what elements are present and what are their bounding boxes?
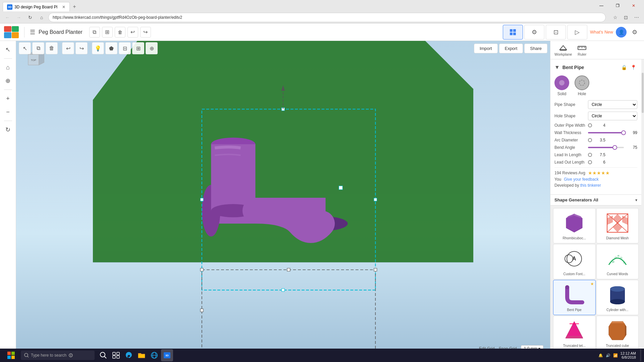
taskbar-app-file-explorer[interactable] [136, 349, 148, 361]
panel-scrollbar[interactable] [641, 59, 644, 362]
pipe-shape-control: Circle [588, 100, 637, 109]
back-button[interactable]: ← [3, 13, 12, 22]
forward-button[interactable]: → [14, 13, 23, 22]
menu-icon[interactable]: ☰ [30, 28, 35, 36]
settings-icon[interactable]: ⋯ [632, 13, 641, 22]
sim-tool[interactable]: ▷ [567, 25, 587, 40]
taskbar-search[interactable]: Type here to search [21, 351, 95, 360]
extensions-icon[interactable]: ⊡ [621, 13, 631, 22]
import-button[interactable]: Import [474, 44, 498, 53]
hole-option[interactable]: Hole [575, 75, 589, 96]
taskbar-show-desktop[interactable] [640, 349, 641, 361]
new-tab-button[interactable]: + [70, 2, 79, 11]
shape-name-bent-pipe: Bent Pipe [567, 308, 582, 312]
taskbar-app-task-view[interactable] [110, 349, 122, 361]
circuit-tool[interactable]: ⚙ [524, 25, 544, 40]
lead-out-length-dot[interactable] [588, 160, 592, 164]
viewport-redo-tool[interactable]: ↪ [75, 42, 88, 54]
redo-tool-button[interactable]: ↪ [140, 27, 151, 38]
viewport-copy-tool[interactable]: ⧉ [32, 42, 44, 54]
maximize-button[interactable]: ❐ [610, 1, 625, 10]
pipe-shape-select[interactable]: Circle [588, 100, 637, 109]
start-button[interactable] [3, 349, 19, 361]
duplicate-tool-button[interactable]: ⊞ [102, 27, 113, 38]
settings-button[interactable]: ⚙ [629, 27, 640, 38]
arc-diameter-dot[interactable] [588, 138, 592, 142]
shape-item-diamond-mesh[interactable]: Diamond Mesh [596, 208, 639, 243]
copy-tool-button[interactable]: ⧉ [89, 27, 100, 38]
undo-tool-button[interactable]: ↩ [127, 27, 138, 38]
close-button[interactable]: ✕ [626, 1, 641, 10]
lock-icon[interactable]: 🔒 [620, 63, 628, 71]
shape-item-curved-words[interactable]: W O R D S Curved Words [596, 244, 639, 279]
taskbar-network[interactable]: 📶 [613, 353, 618, 358]
collapse-button[interactable]: ▼ [554, 64, 560, 70]
svg-rect-19 [200, 198, 203, 201]
viewport-select-tool[interactable]: ↖ [19, 42, 31, 54]
taskbar-app-ie[interactable] [148, 349, 160, 361]
project-title[interactable]: Peg Board Planter [39, 29, 83, 35]
bend-angle-thumb[interactable] [612, 145, 617, 150]
taskbar-volume[interactable]: 🔊 [606, 353, 610, 358]
viewport[interactable]: ↖ ⧉ 🗑 ↩ ↪ 💡 ⬟ ⊟ ⊞ ⊕ Import Export Share [16, 41, 550, 362]
outer-pipe-width-dot[interactable] [588, 123, 592, 127]
mirror-tool[interactable]: ⊟ [119, 42, 131, 54]
axis-tool[interactable]: ⊕ [146, 42, 158, 54]
bend-angle-slider[interactable] [588, 147, 624, 148]
wall-thickness-thumb[interactable] [621, 130, 626, 135]
wall-thickness-slider[interactable] [588, 132, 624, 133]
shape-item-custom-font[interactable]: A Custom Font... [553, 244, 596, 279]
solid-option[interactable]: Solid [554, 75, 569, 96]
user-avatar[interactable]: 👤 [616, 27, 627, 38]
panel-scroll-thumb[interactable] [642, 73, 644, 113]
codeblocks-tool[interactable]: ⊡ [546, 25, 566, 40]
shape-tool[interactable]: ⬟ [105, 42, 117, 54]
tinkerer-link[interactable]: this tinkerer [580, 183, 601, 188]
orbit-tool[interactable]: ↻ [2, 124, 14, 136]
minimize-button[interactable]: — [594, 1, 609, 10]
address-bar[interactable]: https://www.tinkercad.com/things/gptfRd4… [48, 13, 606, 22]
viewport-undo-tool[interactable]: ↩ [62, 42, 74, 54]
taskbar-app-3d[interactable]: 3D [161, 349, 173, 361]
home-view-tool[interactable]: ⌂ [2, 61, 14, 73]
light-tool[interactable]: 💡 [92, 42, 104, 54]
zoom-out-tool[interactable]: − [2, 106, 14, 118]
hole-shape-select[interactable]: Circle [588, 112, 637, 120]
taskbar-app-search[interactable] [97, 349, 109, 361]
shape-item-trunctet[interactable]: Truncated tet... [553, 316, 596, 351]
delete-tool-button[interactable]: 🗑 [115, 27, 125, 38]
info-icon[interactable]: 📍 [629, 63, 637, 71]
fit-tool[interactable]: ⊕ [2, 75, 14, 87]
workplane-button[interactable]: Workplane [554, 44, 572, 56]
tab-close-button[interactable]: ✕ [62, 5, 65, 9]
whats-new-button[interactable]: What's New [590, 29, 613, 35]
select-tool[interactable]: ↖ [2, 44, 14, 56]
app-container: ☰ Peg Board Planter ⧉ ⊞ 🗑 ↩ ↪ ⚙ ⊡ [0, 23, 644, 362]
shape-name-cylinder: Cylinder with... [606, 308, 629, 312]
active-tab[interactable]: 3D 3D design Peg Board Pl ✕ [3, 2, 70, 11]
shape-item-rhombicubo[interactable]: Rhombicuboc... [553, 208, 596, 243]
feedback-link[interactable]: Give your feedback [564, 177, 598, 182]
ruler-button[interactable]: Ruler [577, 44, 587, 56]
shape-gen-dropdown[interactable]: ▾ [635, 198, 637, 202]
bookmark-icon[interactable]: ☆ [610, 13, 620, 22]
3d-view-tool[interactable] [503, 25, 523, 40]
taskbar-app-edge[interactable] [123, 349, 135, 361]
shape-item-bent-pipe[interactable]: ★ Bent Pipe [553, 280, 596, 315]
home-button[interactable]: ⌂ [37, 13, 46, 22]
svg-rect-81 [11, 356, 15, 359]
svg-rect-30 [200, 309, 203, 312]
svg-rect-0 [510, 29, 513, 32]
share-button[interactable]: Share [524, 44, 547, 53]
zoom-in-tool[interactable]: + [2, 93, 14, 105]
lead-in-length-dot[interactable] [588, 153, 592, 157]
shape-panel-icons: 🔒 📍 [620, 63, 637, 71]
export-button[interactable]: Export [499, 44, 523, 53]
shape-item-trunccube[interactable]: Truncated cube [596, 316, 639, 351]
workplane-ruler-bar: Workplane Ruler [550, 41, 644, 59]
taskbar-notifications[interactable]: 🔔 [598, 353, 603, 358]
grid-tool[interactable]: ⊞ [132, 42, 144, 54]
viewport-delete-tool[interactable]: 🗑 [46, 42, 58, 54]
shape-item-cylinder[interactable]: Cylinder with... [596, 280, 639, 315]
refresh-button[interactable]: ↻ [25, 13, 35, 22]
